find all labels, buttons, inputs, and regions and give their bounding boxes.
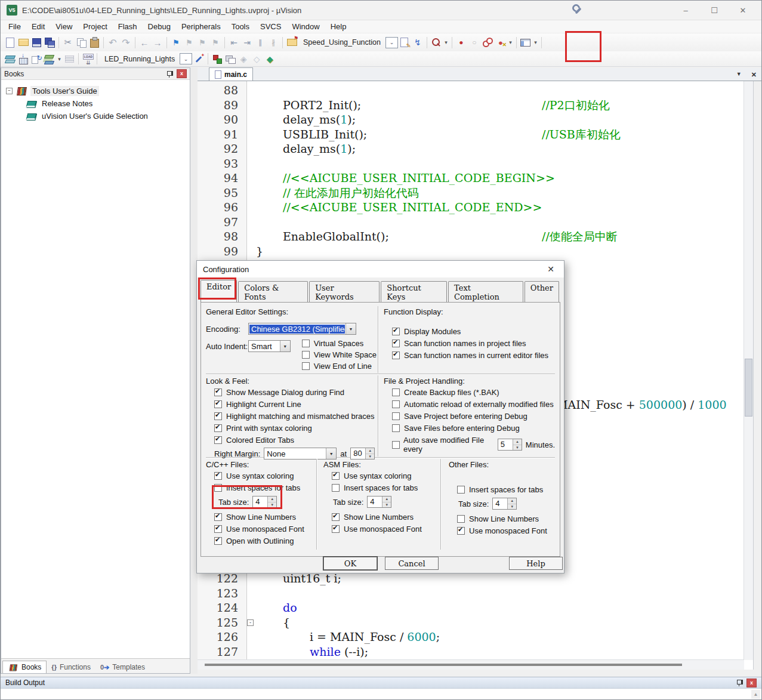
paste-icon[interactable] [88,36,101,48]
checkbox-show-line-numbers[interactable]: Show Line Numbers [332,513,439,522]
checkbox-show-message-dialog-during-find[interactable]: Show Message Dialog during Find [214,388,377,397]
download-load-icon[interactable] [81,53,94,65]
checkbox-box[interactable] [392,388,400,396]
checkbox-box[interactable] [392,412,400,420]
right-margin-column-spinner[interactable]: 80 ▲▼ [350,448,375,460]
dialog-tab-colors-fonts[interactable]: Colors & Fonts [238,281,308,303]
checkbox-display-modules[interactable]: Display Modules [392,327,555,336]
books-env-icon[interactable]: ◆ [263,53,276,65]
copy-icon[interactable] [75,36,88,48]
checkbox-box[interactable] [332,525,340,533]
checkbox-insert-spaces-for-tabs[interactable]: Insert spaces for tabs [214,483,315,492]
vertical-scrollbar-thumb[interactable] [745,359,752,417]
pin-icon[interactable] [166,70,173,78]
scroll-up-icon[interactable]: ▲ [751,690,760,699]
bookmark-next-icon[interactable]: ⚑ [196,36,209,48]
code-text[interactable]: delay_ms(1); [256,141,744,156]
undo-icon[interactable]: ↶ [106,36,119,48]
cancel-button[interactable]: Cancel [385,557,439,570]
code-text[interactable]: do [256,600,744,615]
batch-build-icon[interactable] [43,53,56,65]
tab-list-dropdown-icon[interactable]: ▼ [736,71,742,79]
checkbox-view-end-of-line[interactable]: View End of Line [302,362,377,371]
checkbox-box[interactable] [392,424,400,432]
menu-peripherals[interactable]: Peripherals [176,22,226,31]
checkbox-open-with-outlining[interactable]: Open with Outlining [214,536,315,545]
menu-project[interactable]: Project [78,22,112,31]
checkbox-box[interactable] [214,436,222,444]
spin-up-icon[interactable]: ▲ [268,497,276,502]
code-text[interactable]: i = MAIN_Fosc / 6000; [256,630,744,645]
stop-build-icon[interactable] [63,53,76,65]
code-text[interactable]: //<<AICUBE_USER_INITIAL_CODE_END>> [256,200,744,215]
tab-templates[interactable]: 0➔ Templates [95,661,150,673]
checkbox-box[interactable] [214,537,222,545]
checkbox-box[interactable] [214,472,222,480]
menu-view[interactable]: View [50,22,78,31]
bookmark-toggle-icon[interactable]: ⚑ [169,36,183,48]
tree-expander-icon[interactable]: − [6,88,13,94]
configuration-wrench-icon[interactable] [571,4,584,16]
checkbox-box[interactable] [457,515,465,523]
checkbox-box[interactable] [392,400,400,408]
ok-button[interactable]: OK [323,557,377,570]
auto-indent-select[interactable]: Smart ▼ [248,340,291,352]
checkbox-box[interactable] [332,472,340,480]
checkbox-box[interactable] [457,486,465,494]
tree-item-tools-users-guide[interactable]: − Tools User's Guide [6,85,190,97]
spin-up-icon[interactable]: ▲ [508,498,516,504]
dialog-tab-user-keywords[interactable]: User Keywords [309,281,380,303]
spin-up-icon[interactable]: ▲ [366,448,374,454]
checkbox-scan-function-names-in-current-editor-files[interactable]: Scan function names in current editor fi… [392,351,555,360]
checkbox-box[interactable] [392,340,400,347]
close-button[interactable]: ✕ [739,6,747,15]
code-text[interactable] [256,586,744,601]
help-button[interactable]: Help [509,557,563,570]
menu-file[interactable]: File [3,22,26,31]
horizontal-scrollbar-thumb[interactable] [205,664,682,666]
checkbox-save-files-before-entering-debug[interactable]: Save Files before entering Debug [392,424,555,433]
checkbox-insert-spaces-for-tabs[interactable]: Insert spaces for tabs [457,485,555,494]
dialog-tab-shortcut-keys[interactable]: Shortcut Keys [381,281,447,303]
checkbox-print-with-syntax-coloring[interactable]: Print with syntax coloring [214,424,377,433]
checkbox-create-backup-files-bak[interactable]: Create Backup files (*.BAK) [392,388,555,397]
menu-help[interactable]: Help [325,22,352,31]
build-icon[interactable] [17,53,30,65]
kill-all-breakpoints-icon[interactable] [494,36,507,48]
file-extensions-icon[interactable] [224,53,237,65]
checkbox-view-white-space[interactable]: View White Space [302,350,377,359]
manage-rte-icon[interactable]: ◇ [250,53,263,65]
breakpoint-dropdown-icon[interactable]: ▾ [507,36,514,48]
checkbox-use-syntax-coloring[interactable]: Use syntax coloring [332,471,439,480]
jump-to-icon[interactable]: ↯ [411,36,424,48]
checkbox-box[interactable] [214,525,222,533]
editor-tab-main-c[interactable]: main.c [209,67,253,81]
dropdown-arrow-icon[interactable]: ▼ [280,341,290,351]
build-output-body[interactable]: ▲ [1,689,761,700]
code-text[interactable]: //<<AICUBE_USER_INITIAL_CODE_BEGIN>> [256,171,744,186]
spin-up-icon[interactable]: ▲ [513,439,522,445]
code-text[interactable]: EnableGlobalInt();//使能全局中断 [256,229,744,244]
navigate-back-icon[interactable]: ← [138,36,151,48]
pack-installer-icon[interactable]: ◈ [237,53,250,65]
checkbox-auto-save[interactable] [392,441,400,449]
checkbox-box[interactable] [302,340,310,347]
rebuild-icon[interactable] [30,53,43,65]
target-select[interactable]: LED_Running_Lights [100,55,180,63]
spin-down-icon[interactable]: ▼ [508,504,516,510]
tree-item-uvision-users-guide-selection[interactable]: uVision User's Guide Selection [6,110,190,122]
function-select[interactable]: Speed_Using_Function [298,38,385,47]
c-tab-size-spinner[interactable]: 4 ▲▼ [252,496,277,508]
code-text[interactable]: // 在此添加用户初始化代码 [256,186,744,201]
code-text[interactable]: } [256,244,744,259]
save-icon[interactable] [30,36,43,48]
spin-down-icon[interactable]: ▼ [366,454,374,460]
minimize-button[interactable]: – [681,6,690,15]
menu-tools[interactable]: Tools [226,22,255,31]
menu-svcs[interactable]: SVCS [255,22,286,31]
checkbox-automatic-reload-of-externally-modified-files[interactable]: Automatic reload of externally modified … [392,400,555,409]
checkbox-box[interactable] [214,484,222,492]
asm-tab-size-spinner[interactable]: 4 ▲▼ [367,496,391,508]
maximize-button[interactable]: ☐ [710,6,718,15]
bookmark-prev-icon[interactable]: ⚑ [183,36,196,48]
